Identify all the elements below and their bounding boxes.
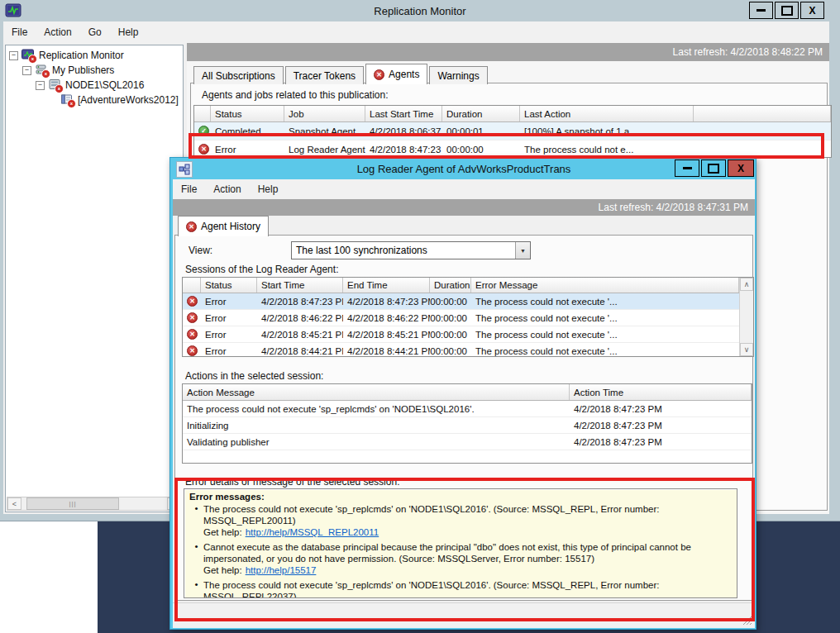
- main-refresh-bar: Last refresh: 4/2/2018 8:48:22 PM: [187, 43, 829, 61]
- error-messages-box: Error messages: • The process could not …: [184, 488, 737, 598]
- replication-monitor-icon: x: [21, 49, 36, 62]
- tab-agent-history[interactable]: ✕ Agent History: [178, 216, 269, 236]
- publishers-icon: x: [35, 64, 49, 77]
- tab-label: Tracer Tokens: [294, 70, 356, 82]
- tree-item-label: [AdventureWorks2012]: [78, 94, 179, 106]
- action-row[interactable]: The process could not execute 'sp_replcm…: [183, 401, 752, 417]
- dialog-menu-file[interactable]: File: [173, 179, 205, 199]
- dialog-maximize-button[interactable]: [701, 159, 726, 177]
- dialog-refresh-bar: Last refresh: 4/2/2018 8:47:31 PM: [173, 199, 755, 216]
- menu-help[interactable]: Help: [110, 21, 147, 43]
- cell-start-time: 4/2/2018 8:45:21 PM: [257, 326, 343, 342]
- tree-item-adventureworks2012[interactable]: x [AdventureWorks2012]: [60, 93, 179, 107]
- dialog-menu-action[interactable]: Action: [205, 179, 249, 199]
- close-button[interactable]: X: [800, 2, 824, 19]
- session-row[interactable]: ✕ Error 4/2/2018 8:44:21 PM 4/2/2018 8:4…: [183, 343, 739, 357]
- cell-action-time: 4/2/2018 8:47:23 PM: [570, 401, 752, 416]
- success-icon: ✓: [198, 126, 209, 136]
- cell-duration: 00:00:00: [442, 140, 520, 158]
- minimize-button[interactable]: [749, 2, 773, 19]
- get-help-label: Get help:: [203, 565, 242, 575]
- maximize-button[interactable]: [775, 2, 799, 19]
- help-link[interactable]: http://help/15517: [246, 565, 317, 575]
- column-header-icon[interactable]: [194, 106, 211, 121]
- column-header-last-start-time[interactable]: Last Start Time: [365, 106, 442, 121]
- action-row[interactable]: Initializing 4/2/2018 8:47:23 PM: [183, 417, 752, 434]
- column-header-end-time[interactable]: End Time: [343, 278, 430, 293]
- cell-last-action: The process could not e...: [520, 140, 694, 158]
- column-header-action-message[interactable]: Action Message: [183, 384, 570, 400]
- column-header-start-time[interactable]: Start Time: [257, 278, 343, 293]
- cell-start-time: 4/2/2018 8:47:23 PM: [257, 293, 343, 309]
- agents-grid: Status Job Last Start Time Duration Last…: [193, 105, 832, 158]
- cell-status: Error: [201, 326, 257, 342]
- tab-warnings[interactable]: Warnings: [429, 66, 487, 84]
- minimize-icon: [756, 9, 766, 12]
- cell-end-time: 4/2/2018 8:44:21 PM: [343, 343, 430, 357]
- error-badge-icon: x: [67, 99, 76, 108]
- sessions-vertical-scrollbar[interactable]: ∧ ∨: [739, 278, 753, 356]
- session-row[interactable]: ✕ Error 4/2/2018 8:46:22 PM 4/2/2018 8:4…: [183, 310, 739, 326]
- tree-horizontal-scrollbar[interactable]: < ||| >: [7, 497, 182, 511]
- column-header-filler: [694, 106, 831, 121]
- cell-duration: 00:00:00: [430, 343, 471, 357]
- dialog-minimize-button[interactable]: [675, 159, 699, 177]
- view-dropdown[interactable]: The last 100 synchronizations ▼: [291, 241, 531, 259]
- menu-go[interactable]: Go: [80, 21, 110, 43]
- column-header-job[interactable]: Job: [284, 106, 365, 121]
- scroll-thumb[interactable]: |||: [26, 497, 119, 510]
- log-reader-agent-app-icon: [176, 161, 193, 178]
- menu-action[interactable]: Action: [36, 21, 79, 43]
- chevron-down-icon[interactable]: ▼: [515, 242, 530, 259]
- menu-file[interactable]: File: [3, 21, 36, 43]
- column-header-icon[interactable]: [183, 278, 201, 293]
- sessions-grid-header: Status Start Time End Time Duration Erro…: [183, 278, 739, 293]
- tab-tracer-tokens[interactable]: Tracer Tokens: [285, 66, 364, 84]
- session-row[interactable]: ✕ Error 4/2/2018 8:47:23 PM 4/2/2018 8:4…: [183, 293, 739, 310]
- table-row-log-reader-agent[interactable]: ✕ Error Log Reader Agent 4/2/2018 8:47:2…: [194, 140, 831, 158]
- scroll-track[interactable]: [119, 497, 167, 510]
- tab-all-subscriptions[interactable]: All Subscriptions: [193, 66, 284, 84]
- resize-grip-icon[interactable]: [741, 614, 752, 626]
- tab-agents[interactable]: ✕Agents: [365, 64, 427, 84]
- error-message-item: • The process could not execute 'sp_repl…: [189, 579, 732, 598]
- cell-action-message: The process could not execute 'sp_replcm…: [183, 401, 570, 416]
- scroll-down-icon[interactable]: ∨: [740, 343, 753, 356]
- bullet-icon: •: [189, 579, 203, 598]
- help-link[interactable]: http://help/MSSQL_REPL20011: [246, 527, 379, 537]
- collapse-icon[interactable]: −: [36, 81, 45, 90]
- tree-item-my-publishers[interactable]: − x My Publishers: [22, 63, 114, 78]
- scroll-up-icon[interactable]: ∧: [740, 278, 753, 291]
- scroll-track[interactable]: [740, 291, 753, 343]
- dialog-client-area: ✕ Agent History View: The last 100 synch…: [173, 216, 755, 628]
- column-header-error-message[interactable]: Error Message: [471, 278, 739, 293]
- column-header-duration[interactable]: Duration: [430, 278, 471, 293]
- column-header-last-action[interactable]: Last Action: [520, 106, 694, 121]
- dialog-menu-help[interactable]: Help: [250, 179, 287, 199]
- tree-item-node1-sql2016[interactable]: − x NODE1\SQL2016: [36, 78, 144, 93]
- column-header-duration[interactable]: Duration: [442, 106, 520, 121]
- collapse-icon[interactable]: −: [22, 66, 31, 75]
- view-label: View:: [189, 245, 212, 256]
- error-icon: ✕: [374, 69, 384, 80]
- cell-last-action: [100%] A snapshot of 1 a...: [520, 122, 694, 140]
- cell-end-time: 4/2/2018 8:45:21 PM: [343, 326, 430, 342]
- column-header-status[interactable]: Status: [201, 278, 257, 293]
- close-icon: X: [809, 5, 815, 17]
- cell-error-message: The process could not execute '...: [471, 326, 739, 342]
- table-row-snapshot-agent[interactable]: ✓ Completed Snapshot Agent 4/2/2018 8:06…: [194, 122, 831, 140]
- sessions-grid: Status Start Time End Time Duration Erro…: [182, 277, 754, 357]
- cell-status: Error: [201, 293, 257, 309]
- collapse-icon[interactable]: −: [9, 51, 18, 60]
- dialog-title-bar[interactable]: Log Reader Agent of AdvWorksProductTrans…: [170, 158, 757, 179]
- session-row[interactable]: ✕ Error 4/2/2018 8:45:21 PM 4/2/2018 8:4…: [183, 326, 739, 343]
- agents-grid-header: Status Job Last Start Time Duration Last…: [194, 106, 831, 122]
- dialog-close-button[interactable]: X: [728, 159, 754, 177]
- column-header-action-time[interactable]: Action Time: [570, 384, 752, 400]
- tab-label: Agent History: [201, 221, 260, 232]
- scroll-left-icon[interactable]: <: [7, 497, 21, 510]
- column-header-status[interactable]: Status: [211, 106, 284, 121]
- main-title-bar[interactable]: Replication Monitor X: [0, 0, 840, 21]
- action-row[interactable]: Validating publisher 4/2/2018 8:47:23 PM: [183, 434, 752, 450]
- tree-item-replication-monitor[interactable]: − x Replication Monitor: [9, 48, 124, 63]
